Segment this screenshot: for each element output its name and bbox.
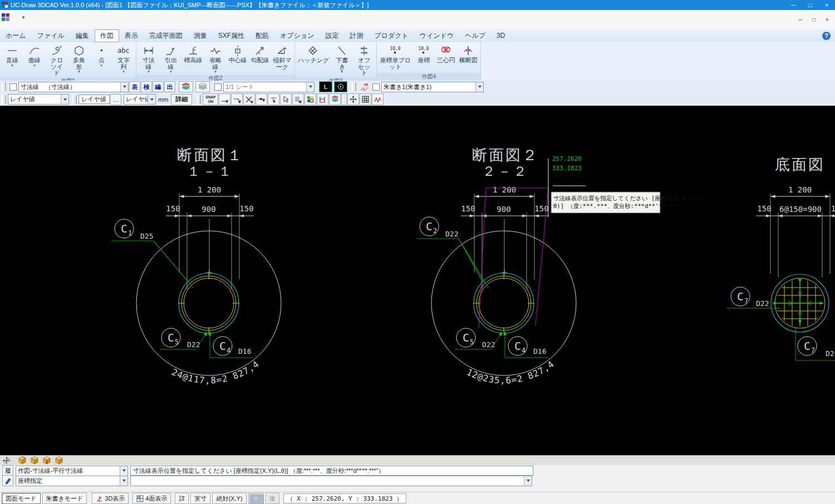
drawing-canvas[interactable]: 断面図１ １－１ 1 200 150 900 150 (0, 106, 835, 455)
redline-layer-select[interactable]: 朱書き1(朱書き1) (381, 82, 484, 92)
ribbon-item-leader[interactable]: 引出線 ▼ (160, 43, 182, 75)
corner-snap-button[interactable]: L (319, 81, 332, 92)
chevron-down-icon[interactable] (120, 476, 127, 486)
output-button[interactable]: 出 (164, 81, 175, 92)
chevron-down-icon[interactable] (148, 95, 155, 104)
view-cube-icon[interactable] (30, 456, 39, 465)
axes-icon[interactable] (2, 456, 11, 465)
layer-checkbox[interactable] (9, 83, 17, 91)
mdi-restore-icon[interactable]: □ (809, 17, 818, 23)
toolbar-grip[interactable] (72, 95, 77, 104)
sheet-select[interactable]: 1/1 シート (223, 82, 315, 92)
menu-home[interactable]: ホーム (0, 29, 32, 42)
chevron-down-icon[interactable] (120, 82, 128, 92)
ribbon-item-break-line[interactable]: 省略線 ▼ (204, 43, 227, 75)
snap-on-button[interactable]: SNAP ON (203, 93, 218, 105)
toolbar-grip[interactable] (2, 82, 6, 91)
ribbon-item-slope-line[interactable]: 勾配線 (249, 43, 271, 75)
view-cube-icon[interactable] (55, 456, 63, 465)
menu-settings[interactable]: 設定 (320, 29, 344, 42)
ribbon-item-draft[interactable]: 下書き ▼ (331, 43, 353, 77)
snap-online-button[interactable] (256, 93, 267, 105)
line-width-select[interactable]: レイヤ値 (124, 94, 156, 105)
menu-options[interactable]: オプション (274, 29, 320, 42)
table-button[interactable]: 表 (129, 81, 140, 92)
layer-stack-gray-button[interactable] (195, 81, 210, 92)
help-icon[interactable]: ? (822, 32, 831, 40)
parts-search-button[interactable] (304, 93, 316, 105)
mdi-close-icon[interactable]: × (823, 17, 832, 23)
menu-draw[interactable]: 作図 (95, 29, 119, 42)
command-history-select[interactable]: 作図-寸法線-平行寸法線 (16, 466, 128, 476)
sheet-checkbox[interactable] (214, 83, 222, 91)
ribbon-item-polygon[interactable]: 多角形 ▼ (68, 43, 90, 77)
edit-button[interactable]: 編 (153, 81, 164, 92)
line-type-field[interactable]: レイヤ値 (78, 95, 110, 104)
redline-zigzag-button[interactable] (372, 93, 384, 105)
ribbon-item-slope-mark[interactable]: x 傾斜マーク (271, 43, 293, 75)
layer-display-button[interactable] (329, 93, 341, 105)
menu-edit[interactable]: 編集 (70, 29, 95, 42)
menu-view[interactable]: 表示 (119, 29, 144, 42)
quick-access-dropdown-icon[interactable]: ▼ (21, 15, 26, 20)
ribbon-item-clothoid[interactable]: クロソイド (46, 43, 68, 77)
toolbar-grip[interactable] (197, 95, 201, 104)
menu-window[interactable]: ウインドウ (414, 29, 459, 42)
menu-rebar[interactable]: 配筋 (250, 29, 274, 42)
chevron-down-icon[interactable] (306, 82, 314, 92)
snap-free-button[interactable] (219, 93, 230, 105)
menu-survey[interactable]: 測量 (188, 29, 213, 42)
chevron-down-icon[interactable] (524, 476, 532, 486)
dimension-edit-button[interactable] (317, 93, 328, 105)
menu-measure[interactable]: 計測 (344, 29, 369, 42)
chevron-down-icon[interactable] (61, 95, 68, 104)
chevron-down-icon[interactable] (475, 82, 483, 92)
ribbon-item-elevation[interactable]: 標高線 (182, 43, 204, 75)
redline-mode-button[interactable]: 朱書きモード (42, 493, 87, 504)
element-select-button[interactable] (292, 93, 304, 105)
actual-size-button[interactable]: 実寸 (190, 493, 210, 504)
chevron-down-icon[interactable] (120, 466, 127, 476)
ribbon-item-text[interactable]: abc 文字列 ▼ (112, 43, 135, 77)
view-3d-button[interactable]: 3D表示 (92, 493, 129, 504)
search-button[interactable]: 検 (141, 81, 152, 92)
menu-file[interactable]: ファイル (32, 29, 70, 42)
sheet-grid-button[interactable] (360, 93, 371, 105)
input-mode-select[interactable]: 座標指定 (16, 476, 128, 486)
drawing-mode-button[interactable]: 図面モード (2, 493, 41, 504)
mdi-minimize-icon[interactable]: ─ (796, 17, 805, 23)
close-icon[interactable]: × (818, 0, 835, 10)
ribbon-item-offset[interactable]: オフセット (353, 43, 375, 77)
toolbar-grip[interactable] (352, 82, 356, 91)
menu-3d[interactable]: 3D (491, 30, 510, 41)
ribbon-item-curve[interactable]: 曲線 ▼ (23, 43, 46, 77)
redline-checkbox[interactable] (372, 83, 380, 91)
absolute-coord-button[interactable]: 絶対(X,Y) (212, 493, 246, 504)
ribbon-item-coord[interactable]: 10,0 座標 (412, 43, 435, 73)
view-cube-icon[interactable] (42, 456, 51, 465)
snap-endpoint-button[interactable] (231, 93, 243, 105)
history-button[interactable]: 履 (2, 465, 13, 476)
ribbon-item-cross-section[interactable]: 横断図 (457, 43, 479, 73)
pan-button[interactable] (347, 93, 359, 105)
snap-midpoint-button[interactable] (268, 93, 279, 105)
menu-product[interactable]: プロダクト (369, 29, 414, 42)
browse-button[interactable]: … (110, 94, 121, 105)
ribbon-item-hatch[interactable]: ハッチング (296, 43, 331, 77)
layer-select[interactable]: 寸法線 （寸法線） (18, 82, 129, 92)
maximize-icon[interactable]: □ (802, 0, 818, 10)
menu-sxf-attr[interactable]: SXF属性 (213, 29, 250, 42)
minimize-icon[interactable]: ─ (785, 0, 802, 10)
detail-toggle-button[interactable]: 詳 (175, 493, 189, 504)
ribbon-item-point[interactable]: 点 ▼ (90, 43, 112, 77)
redline-pen-button[interactable]: AB (358, 82, 371, 92)
layer-value-select[interactable]: レイヤ値 (8, 94, 69, 105)
toolbar-grip[interactable] (2, 95, 6, 104)
ribbon-item-centerline[interactable]: 中心線 (227, 43, 249, 75)
ribbon-item-coord-plot[interactable]: 10,0 座標単プロット (378, 43, 412, 73)
menu-help[interactable]: ヘルプ (459, 29, 491, 42)
ribbon-item-three-center-circle[interactable]: 三心円 (435, 43, 457, 73)
view-cube-icon[interactable] (18, 456, 27, 465)
view-4pane-button[interactable]: 4面表示 (132, 493, 171, 504)
snap-intersection-button[interactable] (243, 93, 255, 105)
